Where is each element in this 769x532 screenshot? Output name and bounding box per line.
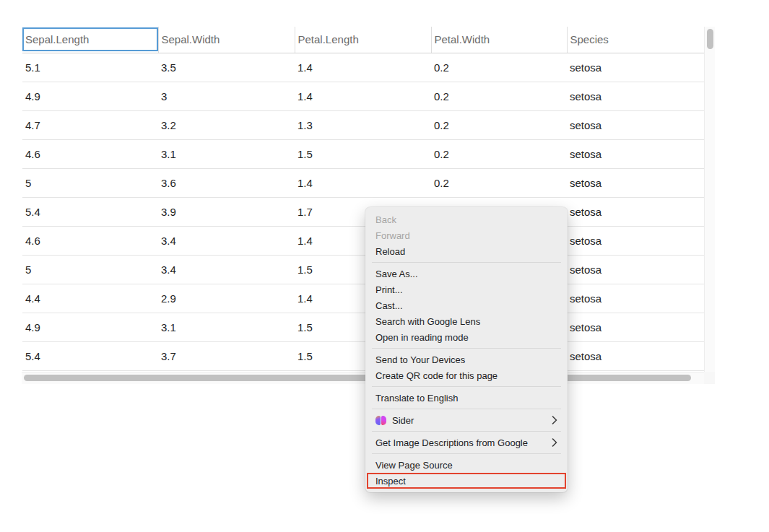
column-header-sepal-width[interactable]: Sepal.Width [158,27,295,53]
menu-separator [372,409,561,409]
menu-item-inspect[interactable]: Inspect [367,473,566,489]
menu-separator [372,262,561,263]
menu-item-save-as[interactable]: Save As... [365,266,568,282]
table-cell: 0.2 [431,82,567,110]
menu-separator [372,348,561,349]
table-cell: setosa [567,139,704,168]
table-cell: 3.6 [158,168,295,197]
menu-item-label: Cast... [375,300,557,311]
table-row: 4.42.91.40.2setosa [22,284,704,313]
table-row: 5.13.51.40.2setosa [22,53,704,82]
menu-item-label: Inspect [375,476,557,487]
column-header-label: Petal.Width [435,33,490,45]
table-row: 4.93.11.50.1setosa [22,313,704,341]
table-cell: setosa [567,168,704,197]
menu-item-get-image-descriptions-from-google[interactable]: Get Image Descriptions from Google [365,435,568,450]
menu-item-create-qr-code-for-this-page[interactable]: Create QR code for this page [365,367,568,383]
menu-item-label: Open in reading mode [375,332,557,343]
table-row: 5.43.91.70.4setosa [22,197,704,226]
menu-item-label: Print... [375,284,557,295]
menu-separator [372,386,561,387]
table-cell: 1.4 [295,168,431,197]
table-cell: 3.1 [158,139,295,168]
menu-separator [372,453,561,454]
table-cell: 5 [22,255,158,284]
table-cell: 0.2 [431,139,567,168]
menu-item-view-page-source[interactable]: View Page Source [365,457,568,473]
menu-item-forward: Forward [365,227,568,243]
table-cell: 4.6 [22,139,158,168]
menu-item-label: Create QR code for this page [375,370,557,381]
table-cell: setosa [567,110,704,139]
table-cell: 3.9 [158,197,295,226]
table-cell: 0.2 [431,168,567,197]
column-header-petal-length[interactable]: Petal.Length [295,27,431,53]
menu-item-label: View Page Source [375,460,557,471]
menu-item-send-to-your-devices[interactable]: Send to Your Devices [365,352,568,367]
column-header-species[interactable]: Species [567,27,704,53]
horizontal-scrollbar[interactable] [22,372,704,384]
table-row: 4.73.21.30.2setosa [22,110,704,139]
table-content: Sepal.LengthSepal.WidthPetal.LengthPetal… [22,27,704,372]
table-cell: 5.4 [22,197,158,226]
menu-item-open-in-reading-mode[interactable]: Open in reading mode [365,329,568,345]
context-menu: BackForwardReloadSave As...Print...Cast.… [365,207,568,492]
menu-item-back: Back [365,212,568,227]
menu-item-label: Send to Your Devices [375,354,557,365]
table-cell: setosa [567,82,704,110]
menu-item-label: Translate to English [375,393,557,404]
table-cell: setosa [567,197,704,226]
table-cell: 3.4 [158,226,295,255]
chevron-right-icon [552,438,557,447]
scrollbar-corner [704,372,715,384]
table-cell: 3 [158,82,295,110]
table-cell: 3.4 [158,255,295,284]
table-cell: 5.4 [22,341,158,370]
table-body: 5.13.51.40.2setosa4.931.40.2setosa4.73.2… [22,53,704,370]
table-cell: 3.5 [158,53,295,82]
vertical-scrollbar[interactable] [704,27,715,372]
table-cell: 4.9 [22,313,158,341]
page: { "table": { "columns": ["Sepal.Length",… [0,0,769,532]
menu-item-cast[interactable]: Cast... [365,297,568,313]
table-cell: 1.5 [295,139,431,168]
menu-item-label: Back [375,214,557,225]
vertical-scrollbar-thumb[interactable] [707,29,713,49]
menu-item-label: Sider [392,415,546,426]
table-cell: 0.2 [431,53,567,82]
table-cell: 3.1 [158,313,295,341]
column-header-sepal-length[interactable]: Sepal.Length [22,27,158,53]
menu-item-label: Reload [375,246,557,257]
menu-item-reload[interactable]: Reload [365,243,568,259]
column-header-petal-width[interactable]: Petal.Width [431,27,567,53]
table-cell: setosa [567,255,704,284]
column-header-label: Petal.Length [298,33,359,45]
table-row: 4.63.11.50.2setosa [22,139,704,168]
table-cell: 4.7 [22,110,158,139]
menu-item-sider[interactable]: Sider [365,412,568,428]
iris-table: Sepal.LengthSepal.WidthPetal.LengthPetal… [22,27,704,371]
sider-brain-icon [375,416,386,425]
table-cell: 2.9 [158,284,295,313]
menu-item-print[interactable]: Print... [365,282,568,297]
table-cell: setosa [567,341,704,370]
menu-item-translate-to-english[interactable]: Translate to English [365,390,568,406]
table-cell: 1.4 [295,53,431,82]
chevron-right-icon [552,416,557,424]
table-row: 4.931.40.2setosa [22,82,704,110]
table-cell: 4.4 [22,284,158,313]
table-cell: setosa [567,284,704,313]
table-cell: setosa [567,53,704,82]
table-cell: setosa [567,313,704,341]
table-cell: 1.4 [295,82,431,110]
table-cell: 3.2 [158,110,295,139]
menu-item-label: Forward [375,230,557,241]
menu-separator [372,431,561,432]
table-row: 4.63.41.40.3setosa [22,226,704,255]
menu-item-search-with-google-lens[interactable]: Search with Google Lens [365,313,568,329]
column-header-label: Species [570,33,609,45]
table-cell: 3.7 [158,341,295,370]
horizontal-scrollbar-thumb[interactable] [24,375,691,381]
table-cell: 1.3 [295,110,431,139]
table-cell: 5.1 [22,53,158,82]
